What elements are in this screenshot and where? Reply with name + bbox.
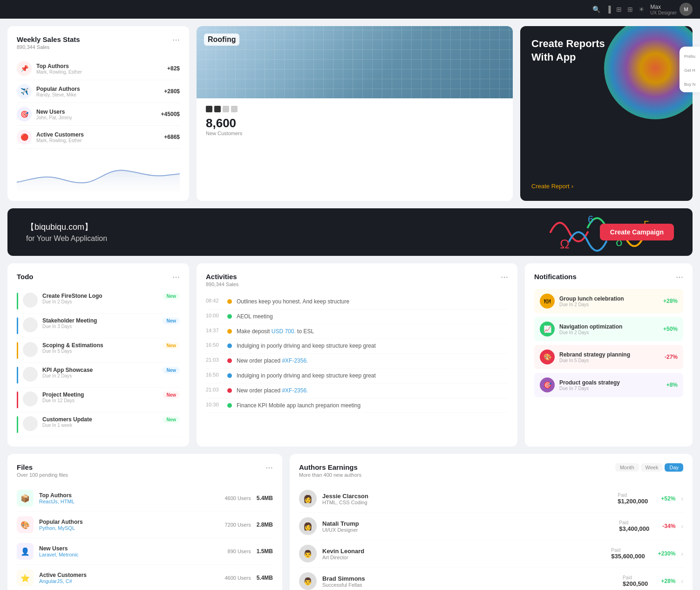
search-icon[interactable]: 🔍 — [592, 6, 600, 13]
period-btn-week[interactable]: Week — [641, 463, 663, 472]
todo-avatar — [23, 317, 38, 332]
activity-time: 08:42 — [206, 298, 223, 303]
todo-item[interactable]: Scoping & Estimations Due In 5 Days New — [17, 338, 180, 363]
activity-time: 14:37 — [206, 328, 223, 333]
file-info: Active Customers AngularJS, C# — [39, 572, 219, 584]
stat-item: 📌 Top Authors Mark, Rowling, Esther +82$ — [17, 57, 180, 80]
nc-sq-dark — [206, 106, 212, 112]
campaign-sub: for Your Web Application — [26, 234, 107, 243]
user-profile[interactable]: Max UX Designer M — [650, 3, 693, 16]
author-chevron-icon[interactable]: › — [681, 577, 683, 585]
activity-time: 21:03 — [206, 357, 223, 363]
activity-time: 10:30 — [206, 402, 223, 407]
create-campaign-button[interactable]: Create Campaign — [600, 224, 674, 240]
panel-label: Prebu — [684, 54, 695, 59]
weekly-sales-menu[interactable]: ⋯ — [172, 35, 180, 44]
period-btn-month[interactable]: Month — [615, 463, 639, 472]
author-name: Natali Trump — [322, 520, 613, 527]
activity-dot — [227, 388, 232, 393]
todo-name: Create FireStone Logo — [42, 293, 158, 299]
file-size: 1.5MB — [257, 548, 273, 555]
file-name: Popular Authors — [39, 519, 219, 525]
todo-due: Due In 12 Days — [42, 398, 158, 403]
file-item: 📦 Top Authors ReactJs, HTML 4600 Users 5… — [17, 485, 273, 512]
file-list: 📦 Top Authors ReactJs, HTML 4600 Users 5… — [17, 485, 273, 590]
files-menu[interactable]: ⋯ — [265, 463, 273, 472]
panel-item[interactable]: Prebu — [684, 52, 695, 59]
todo-info: Scoping & Estimations Due In 5 Days — [42, 342, 158, 354]
file-tech: AngularJS, C# — [39, 578, 219, 584]
panel-item[interactable]: Get H — [684, 66, 695, 73]
middle-column: Roofing 8,600 New Customers — [197, 26, 513, 201]
author-avatar: 👩 — [299, 517, 317, 535]
grid-icon[interactable]: ⊞ — [627, 6, 633, 13]
notif-value: +28% — [663, 298, 678, 304]
activities-subtitle: 890,344 Sales — [206, 281, 238, 287]
stat-people: John, Pat, Jimmy — [36, 115, 156, 120]
notif-value: +8% — [666, 382, 678, 388]
stat-name: Active Customers — [36, 131, 159, 138]
file-size: 2.8MB — [257, 521, 273, 528]
activity-text: Outlines keep you honest. And keep struc… — [237, 298, 349, 306]
activity-dot — [227, 358, 232, 363]
stat-info: Active Customers Mark, Rowling, Esther — [36, 131, 159, 143]
user-name: Max — [650, 4, 677, 10]
notification-item: 📈 Navigation optimization Due In 2 Days … — [534, 317, 683, 341]
todo-item[interactable]: Project Meeting Due In 12 Days New — [17, 388, 180, 412]
notif-name: Group lunch celebration — [559, 295, 659, 302]
activity-link[interactable]: #XF-2356. — [282, 357, 308, 364]
author-chevron-icon[interactable]: › — [681, 495, 683, 502]
todo-title: Todo — [17, 273, 34, 281]
author-chevron-icon[interactable]: › — [681, 522, 683, 530]
activities-menu[interactable]: ⋯ — [501, 273, 508, 281]
weekly-sales-card: Weekly Sales Stats 890,344 Sales ⋯ 📌 Top… — [7, 26, 189, 201]
stat-name: New Users — [36, 109, 156, 115]
file-icon: ⭐ — [17, 569, 34, 586]
notifications-list: 🍽 Group lunch celebration Due In 2 Days … — [534, 289, 683, 397]
stat-icon: 🎯 — [17, 107, 32, 122]
notif-icon: 📈 — [540, 322, 555, 336]
todo-bar — [17, 367, 18, 384]
stat-icon: ✈️ — [17, 84, 32, 99]
brightness-icon[interactable]: ☀ — [639, 6, 645, 13]
todo-item[interactable]: Stakeholder Meeting Due In 3 Days New — [17, 314, 180, 338]
notification-item: 🍽 Group lunch celebration Due In 2 Days … — [534, 289, 683, 313]
notifications-menu[interactable]: ⋯ — [676, 273, 683, 281]
todo-item[interactable]: Customers Update Due In 1 week New — [17, 412, 180, 437]
period-btn-day[interactable]: Day — [665, 463, 683, 472]
file-icon: 👤 — [17, 543, 34, 560]
file-tech: Python, MySQL — [39, 525, 219, 531]
todo-badge: New — [163, 293, 180, 300]
notification-item: 🎨 Rebrand strategy planning Due In 5 Day… — [534, 345, 683, 369]
create-report-button[interactable]: Create Report › — [531, 183, 681, 190]
row-1: Weekly Sales Stats 890,344 Sales ⋯ 📌 Top… — [7, 26, 693, 201]
todo-name: Stakeholder Meeting — [42, 317, 158, 324]
stat-value: +686$ — [164, 134, 180, 140]
files-card: Files Over 100 pending files ⋯ 📦 Top Aut… — [7, 454, 282, 590]
notif-value: +50% — [663, 326, 678, 332]
activity-link[interactable]: USD 700. — [272, 328, 296, 335]
todo-info: Customers Update Due In 1 week — [42, 416, 158, 428]
todo-due: Due In 3 Days — [42, 324, 158, 329]
notif-info: Rebrand strategy planning Due In 5 Days — [559, 351, 660, 363]
author-info: Natali Trump UI/UX Designer — [322, 520, 613, 533]
todo-bar — [17, 293, 18, 309]
author-amount: $1,200,000 — [618, 498, 648, 505]
todo-item[interactable]: KPI App Showcase Due In 2 Days New — [17, 363, 180, 388]
todo-menu[interactable]: ⋯ — [172, 273, 180, 281]
todo-item[interactable]: Create FireStone Logo Due In 2 Days New — [17, 289, 180, 314]
file-size: 5.4MB — [257, 495, 273, 501]
activity-dot — [227, 329, 232, 334]
settings-icon[interactable]: ⊞ — [616, 6, 622, 13]
panel-item[interactable]: Buy N — [684, 80, 696, 87]
activity-link[interactable]: #XF-2356. — [282, 387, 308, 394]
glass-pattern — [197, 26, 513, 98]
arrow-right-icon: › — [571, 183, 573, 190]
todo-due: Due In 2 Days — [42, 373, 158, 378]
period-buttons: MonthWeekDay — [615, 463, 683, 472]
file-tech: Laravel, Metronic — [39, 552, 222, 557]
new-customers-label: New Customers — [206, 130, 503, 136]
author-paid: Paid $1,200,000 — [618, 493, 648, 505]
author-chevron-icon[interactable]: › — [681, 550, 683, 557]
notif-name: Rebrand strategy planning — [559, 351, 660, 358]
